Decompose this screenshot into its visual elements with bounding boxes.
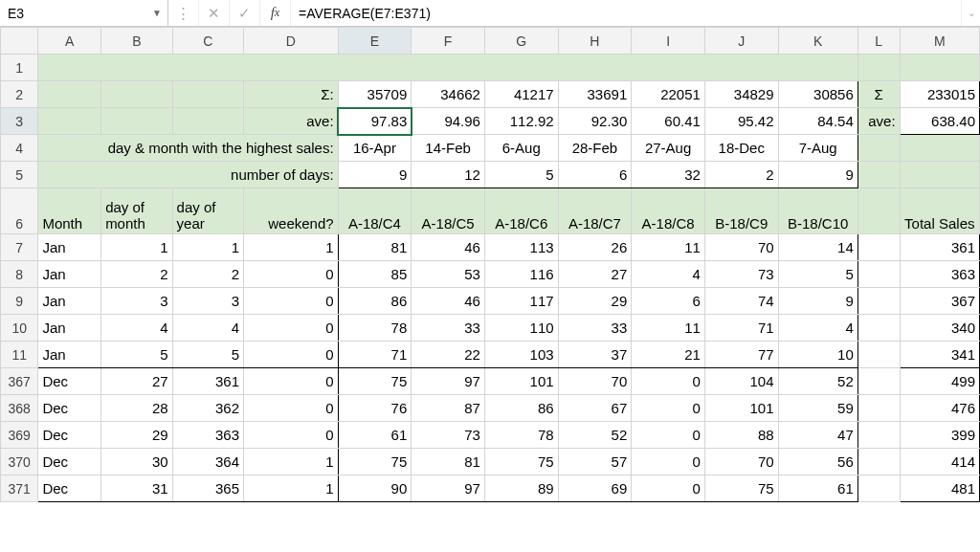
- cell[interactable]: 638.40: [900, 108, 979, 135]
- label-ave[interactable]: ave:: [244, 108, 339, 135]
- cell[interactable]: 46: [412, 234, 485, 261]
- cancel-icon[interactable]: ✕: [199, 0, 230, 26]
- row-header[interactable]: 1: [1, 55, 38, 81]
- cell[interactable]: 0: [244, 342, 339, 368]
- cell[interactable]: 69: [558, 475, 632, 502]
- header-day-of-year[interactable]: day of year: [172, 188, 243, 234]
- cell[interactable]: 70: [704, 449, 778, 475]
- cell[interactable]: 233015: [900, 81, 979, 108]
- col-header[interactable]: J: [704, 28, 778, 55]
- cell[interactable]: 0: [244, 261, 339, 288]
- cell[interactable]: 1: [244, 475, 339, 502]
- cell[interactable]: 61: [338, 422, 412, 449]
- row-header[interactable]: 6: [1, 188, 38, 234]
- col-header[interactable]: B: [101, 28, 172, 55]
- cell[interactable]: 29: [101, 422, 172, 449]
- cell[interactable]: 47: [778, 422, 858, 449]
- cell[interactable]: Jan: [38, 234, 101, 261]
- cell[interactable]: 70: [558, 368, 632, 395]
- cell[interactable]: 414: [900, 449, 979, 475]
- cell[interactable]: 499: [900, 368, 979, 395]
- cell[interactable]: 60.41: [632, 108, 705, 135]
- cell[interactable]: 4: [101, 315, 172, 342]
- cell[interactable]: 21: [632, 342, 705, 368]
- cell[interactable]: 46: [412, 288, 485, 315]
- fx-icon[interactable]: fx: [260, 0, 291, 26]
- row-header[interactable]: 369: [1, 422, 38, 449]
- label-sigma-total[interactable]: Σ: [858, 81, 900, 108]
- cell[interactable]: 1: [244, 234, 339, 261]
- cell[interactable]: 101: [484, 368, 558, 395]
- cell[interactable]: Jan: [38, 261, 101, 288]
- cell[interactable]: [101, 108, 172, 135]
- cell[interactable]: 90: [338, 475, 412, 502]
- header-product[interactable]: B-18/C10: [778, 188, 858, 234]
- row-header[interactable]: 4: [1, 135, 38, 162]
- cell[interactable]: 32: [632, 162, 705, 188]
- cell[interactable]: [858, 188, 900, 234]
- cell[interactable]: 28-Feb: [558, 135, 632, 162]
- header-month[interactable]: Month: [38, 188, 101, 234]
- cell[interactable]: 5: [484, 162, 558, 188]
- cell[interactable]: 112.92: [484, 108, 558, 135]
- cell[interactable]: 78: [484, 422, 558, 449]
- cell[interactable]: 116: [484, 261, 558, 288]
- cell[interactable]: [38, 81, 101, 108]
- header-product[interactable]: A-18/C5: [412, 188, 485, 234]
- cell[interactable]: 12: [412, 162, 485, 188]
- cell[interactable]: 67: [558, 395, 632, 422]
- cell[interactable]: 5: [172, 342, 243, 368]
- cell[interactable]: [858, 234, 900, 261]
- cell[interactable]: 77: [704, 342, 778, 368]
- col-header[interactable]: I: [632, 28, 705, 55]
- cell[interactable]: 86: [338, 288, 412, 315]
- cell[interactable]: 361: [900, 234, 979, 261]
- cell[interactable]: 52: [558, 422, 632, 449]
- cell[interactable]: 85: [338, 261, 412, 288]
- cell[interactable]: [858, 288, 900, 315]
- cell[interactable]: Dec: [38, 422, 101, 449]
- header-product[interactable]: A-18/C4: [338, 188, 412, 234]
- cell[interactable]: [172, 81, 243, 108]
- confirm-icon[interactable]: ✓: [230, 0, 260, 26]
- cell[interactable]: 33691: [558, 81, 632, 108]
- row-header[interactable]: 3: [1, 108, 38, 135]
- row-header[interactable]: 371: [1, 475, 38, 502]
- cell[interactable]: [900, 135, 979, 162]
- col-header[interactable]: H: [558, 28, 632, 55]
- cell[interactable]: 103: [484, 342, 558, 368]
- cell[interactable]: 101: [704, 395, 778, 422]
- cell[interactable]: 6: [558, 162, 632, 188]
- cell[interactable]: Jan: [38, 288, 101, 315]
- cell[interactable]: 81: [412, 449, 485, 475]
- cell[interactable]: 0: [244, 368, 339, 395]
- cell[interactable]: 75: [484, 449, 558, 475]
- cell[interactable]: 0: [632, 422, 705, 449]
- cell[interactable]: 363: [900, 261, 979, 288]
- cell[interactable]: 35709: [338, 81, 412, 108]
- cell[interactable]: 30: [101, 449, 172, 475]
- header-product[interactable]: A-18/C7: [558, 188, 632, 234]
- cell[interactable]: 1: [172, 234, 243, 261]
- cell[interactable]: [858, 395, 900, 422]
- cell[interactable]: 104: [704, 368, 778, 395]
- cell[interactable]: 2: [704, 162, 778, 188]
- cell[interactable]: 0: [244, 395, 339, 422]
- cell[interactable]: 71: [704, 315, 778, 342]
- cell[interactable]: 14-Feb: [412, 135, 485, 162]
- header-product[interactable]: B-18/C9: [704, 188, 778, 234]
- cell[interactable]: 87: [412, 395, 485, 422]
- cell[interactable]: 71: [338, 342, 412, 368]
- cell[interactable]: 117: [484, 288, 558, 315]
- cell[interactable]: 7-Aug: [778, 135, 858, 162]
- cell[interactable]: 3: [101, 288, 172, 315]
- col-header[interactable]: L: [858, 28, 900, 55]
- cell[interactable]: 30856: [778, 81, 858, 108]
- cell[interactable]: 362: [172, 395, 243, 422]
- cell[interactable]: 9: [338, 162, 412, 188]
- cell[interactable]: 0: [244, 315, 339, 342]
- header-product[interactable]: A-18/C6: [484, 188, 558, 234]
- cell[interactable]: 33: [412, 315, 485, 342]
- cell[interactable]: [858, 261, 900, 288]
- cell[interactable]: 363: [172, 422, 243, 449]
